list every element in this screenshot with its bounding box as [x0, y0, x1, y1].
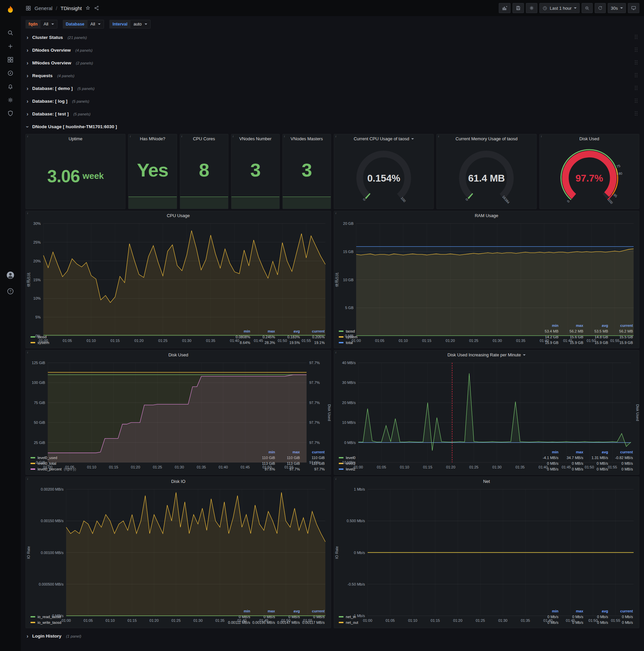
save-dashboard-button[interactable] — [513, 3, 524, 13]
variable-value-dropdown[interactable]: auto — [130, 20, 151, 29]
star-icon[interactable] — [85, 5, 91, 11]
row-database-test[interactable]: › Database: [ test ] (5 panels) — [26, 108, 639, 120]
chevron-right-icon: › — [26, 86, 30, 92]
panel-info-icon[interactable]: i — [334, 134, 340, 140]
drag-handle-icon[interactable] — [634, 98, 638, 105]
panel-net: i Net -1 Mb/s-0.50 Mb/s0 Mb/s0.500 Mb/s1… — [334, 476, 639, 628]
row-mnodes-overview[interactable]: › MNodes Overview (2 panels) — [26, 57, 639, 68]
panel-title[interactable]: Uptime — [26, 134, 125, 143]
panel-title[interactable]: Disk Used Increasing Rate per Minute — [334, 350, 639, 360]
drag-handle-icon[interactable] — [634, 60, 638, 66]
panel-disk-used-gauge: i Disk Used 97.7% 0758095100 — [539, 134, 639, 209]
variable-label[interactable]: Interval — [109, 20, 130, 29]
time-range-picker[interactable]: Last 1 hour — [539, 3, 580, 13]
server-admin-shield-icon[interactable] — [3, 107, 18, 120]
panel-info-icon[interactable]: i — [180, 134, 186, 140]
panel-title[interactable]: CPU Usage — [26, 211, 331, 220]
dashboard-title[interactable]: TDinsight — [61, 5, 82, 11]
row-requests[interactable]: › Requests (4 panels) — [26, 70, 639, 81]
refresh-interval-label: 30s — [611, 6, 618, 11]
panel-info-icon[interactable]: i — [26, 477, 31, 482]
panel-info-icon[interactable]: i — [334, 477, 340, 482]
row-cluster-status[interactable]: › Cluster Status (21 panels) — [26, 32, 639, 43]
dashboards-icon[interactable] — [3, 53, 18, 66]
diskrate-svg: -10 MB/s0 MB/s10 MB/s20 MB/s30 MB/s40 MB… — [334, 360, 639, 471]
grafana-logo[interactable] — [3, 3, 18, 18]
right-y-tick-label: 97.6% — [309, 460, 320, 464]
panel-info-icon[interactable]: i — [128, 134, 134, 140]
zoom-out-button[interactable] — [582, 3, 593, 13]
variable-value-dropdown[interactable]: All — [88, 20, 104, 29]
explore-compass-icon[interactable] — [3, 66, 18, 80]
configuration-gear-icon[interactable] — [3, 93, 18, 107]
alerting-bell-icon[interactable] — [3, 80, 18, 93]
row-database-demo[interactable]: › Database: [ demo ] (5 panels) — [26, 83, 639, 94]
panel-info-icon[interactable]: i — [334, 350, 340, 356]
panel-info-icon[interactable]: i — [26, 134, 31, 140]
panel-info-icon[interactable]: i — [283, 134, 288, 140]
panel-info-icon[interactable]: i — [334, 211, 340, 216]
drag-handle-icon[interactable] — [634, 85, 638, 92]
panel-info-icon[interactable]: i — [26, 211, 31, 216]
kiosk-mode-button[interactable] — [628, 3, 639, 13]
drag-handle-icon[interactable] — [634, 34, 638, 41]
disk-used-chart[interactable]: 0 GiB97.6%25 GiB97.7%50 GiB97.7%75 GiB97… — [26, 360, 331, 448]
drag-handle-icon[interactable] — [634, 47, 638, 54]
breadcrumb-section[interactable]: General — [35, 5, 52, 11]
panel-info-icon[interactable]: i — [437, 134, 442, 140]
drag-handle-icon[interactable] — [634, 111, 638, 118]
gauge-value-arc — [470, 196, 471, 197]
x-tick-label: 01:35 — [521, 618, 530, 622]
breadcrumb-dashboard-icon[interactable] — [26, 5, 31, 11]
variable-value-dropdown[interactable]: All — [40, 20, 57, 29]
row-login-history[interactable]: › Login History (1 panel) — [26, 630, 639, 642]
x-tick-label: 01:15 — [422, 339, 431, 343]
panel-info-icon[interactable]: i — [231, 134, 237, 140]
panel-title[interactable]: VNodes Masters — [283, 134, 331, 143]
memory-usage-gauge: 61.4 MB 016384 — [437, 143, 536, 209]
x-tick-label: 01:20 — [150, 618, 159, 622]
row-database-log[interactable]: › Database: [ log ] (5 panels) — [26, 96, 639, 107]
net-chart[interactable]: -1 Mb/s-0.50 Mb/s0 Mb/s0.500 Mb/s1 Mb/s0… — [334, 486, 639, 608]
panel-title[interactable]: Disk Used — [540, 134, 639, 143]
add-panel-button[interactable] — [499, 3, 511, 13]
panel-info-icon[interactable]: i — [26, 350, 31, 356]
row-dnodes-overview[interactable]: › DNodes Overview (4 panels) — [26, 44, 639, 56]
user-avatar[interactable] — [3, 269, 18, 282]
ram-usage-chart[interactable]: 0 MB5 GB10 GB15 GB20 GB01:0001:0501:1001… — [334, 220, 639, 322]
refresh-interval-picker[interactable]: 30s — [608, 3, 626, 13]
drag-handle-icon[interactable] — [634, 72, 638, 79]
stat-value: 8 — [199, 159, 209, 181]
help-icon[interactable]: ? — [3, 285, 18, 298]
panel-info-icon[interactable]: i — [540, 134, 545, 140]
variable-label[interactable]: Database — [63, 20, 88, 29]
cpu-usage-chart[interactable]: 0%5%10%15%20%25%30%01:0001:0501:1001:150… — [26, 220, 331, 328]
panel-title[interactable]: RAM Usage — [334, 211, 639, 220]
x-tick-label: 01:20 — [446, 465, 455, 469]
x-tick-label: 01:00 — [363, 618, 372, 622]
y-tick-label: 0.00100 MB/s — [41, 551, 64, 555]
panel-title[interactable]: Current CPU Usage of taosd — [334, 134, 433, 143]
x-tick-label: 01:05 — [377, 465, 386, 469]
panel-title[interactable]: Current Memory Usage of taosd — [437, 134, 536, 143]
chevron-right-icon: › — [26, 633, 30, 639]
x-tick-label: 01:35 — [516, 465, 525, 469]
panel-title[interactable]: VNodes Number — [231, 134, 280, 143]
create-plus-icon[interactable] — [3, 40, 18, 53]
refresh-button[interactable] — [595, 3, 606, 13]
panel-title[interactable]: Disk Used — [26, 350, 331, 360]
panel-title[interactable]: Net — [334, 477, 639, 486]
panel-title[interactable]: Has MNode? — [128, 134, 176, 143]
search-icon[interactable] — [3, 26, 18, 40]
right-y-tick-label: 97.7% — [309, 361, 320, 365]
share-icon[interactable] — [94, 5, 99, 11]
disk-rate-chart[interactable]: -10 MB/s0 MB/s10 MB/s20 MB/s30 MB/s40 MB… — [334, 360, 639, 448]
x-tick-label: 01:00 — [39, 339, 48, 343]
row-dnode-usage[interactable]: › DNode Usage [ huolinhe-TM1701:6030 ] — [26, 121, 639, 132]
y-tick-label: 20 GB — [343, 221, 354, 225]
disk-io-chart[interactable]: 0 MB/s0.000500 MB/s0.00100 MB/s0.00150 M… — [26, 486, 331, 608]
dashboard-settings-gear-icon[interactable] — [526, 3, 537, 13]
panel-title[interactable]: CPU Cores — [180, 134, 228, 143]
variable-label[interactable]: fqdn — [26, 20, 40, 29]
panel-title[interactable]: Disk IO — [26, 477, 331, 486]
